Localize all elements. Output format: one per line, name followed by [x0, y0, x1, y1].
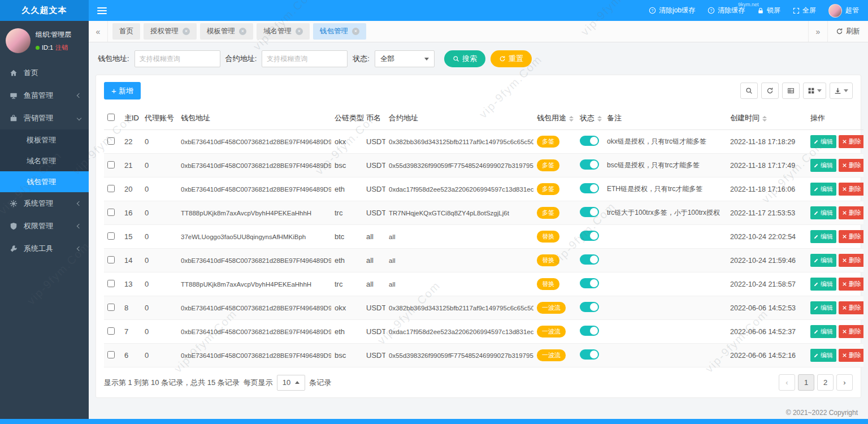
edit-button[interactable]: 编辑	[810, 135, 836, 148]
row-checkbox[interactable]	[107, 280, 115, 287]
tabs-scroll-right-button[interactable]	[808, 21, 827, 42]
status-toggle[interactable]	[580, 278, 599, 288]
row-checkbox[interactable]	[107, 351, 115, 358]
status-toggle[interactable]	[580, 136, 599, 146]
status-toggle[interactable]	[580, 183, 599, 193]
tabs-scroll-left-button[interactable]	[89, 21, 108, 42]
sidebar-item-template-management[interactable]: 模板管理	[0, 129, 89, 150]
sidebar-item-system-tools[interactable]: 系统工具	[0, 237, 89, 260]
status-toggle[interactable]	[580, 159, 599, 170]
search-button[interactable]: 搜索	[444, 50, 485, 67]
sidebar-item-home[interactable]: 首页	[0, 62, 89, 84]
close-icon[interactable]	[352, 28, 359, 35]
cell-id: 15	[121, 225, 141, 249]
delete-button[interactable]: 删除	[839, 135, 863, 148]
edit-button[interactable]: 编辑	[810, 159, 836, 172]
page-size-select[interactable]: 10	[277, 375, 305, 391]
wallet-usage-badge: 多签	[537, 136, 559, 148]
tab-template-management[interactable]: 模板管理	[200, 23, 253, 40]
row-checkbox[interactable]	[107, 256, 115, 263]
page-button-1[interactable]: 1	[798, 374, 814, 391]
status-toggle[interactable]	[580, 326, 599, 336]
col-header-created-time[interactable]: 创建时间	[727, 107, 807, 130]
page-button-2[interactable]: 2	[817, 374, 834, 391]
table-toolbar: 新增	[104, 82, 853, 99]
toggle-view-button[interactable]	[782, 83, 800, 99]
refresh-button[interactable]: 刷新	[827, 21, 868, 42]
delete-button[interactable]: 删除	[839, 325, 863, 338]
tab-authorization-management[interactable]: 授权管理	[144, 23, 197, 40]
sidebar-item-fry-management[interactable]: 鱼苗管理	[0, 84, 89, 107]
row-checkbox[interactable]	[107, 161, 115, 168]
wallet-address-input[interactable]	[134, 50, 220, 67]
status-toggle[interactable]	[580, 254, 599, 265]
lock-screen-button[interactable]: 锁屏	[757, 6, 780, 15]
delete-button[interactable]: 删除	[839, 278, 863, 291]
clear-job-cache-button[interactable]: ? 清除job缓存	[649, 6, 695, 15]
tab-home[interactable]: 首页	[112, 23, 140, 40]
clear-cache-button[interactable]: ? 清除缓存	[708, 6, 745, 15]
edit-button[interactable]: 编辑	[810, 183, 836, 196]
edit-button[interactable]: 编辑	[810, 301, 836, 314]
hamburger-menu-icon[interactable]	[97, 7, 107, 14]
prev-page-button[interactable]	[779, 374, 795, 391]
user-menu[interactable]: 超管	[828, 4, 859, 18]
tab-domain-management[interactable]: 域名管理	[257, 23, 310, 40]
records-suffix-label: 条记录	[309, 378, 331, 388]
status-toggle[interactable]	[580, 207, 599, 217]
user-id-label: ID:1	[42, 44, 53, 51]
row-checkbox[interactable]	[107, 137, 115, 145]
fullscreen-button[interactable]: 全屏	[793, 6, 816, 15]
status-toggle[interactable]	[580, 302, 599, 312]
sidebar-item-domain-management[interactable]: 域名管理	[0, 150, 89, 171]
columns-button[interactable]	[803, 83, 826, 99]
cell-id: 7	[121, 320, 141, 344]
x-icon	[842, 234, 847, 239]
sidebar-item-wallet-management[interactable]: 钱包管理	[0, 171, 89, 192]
cell-agent: 0	[141, 272, 177, 296]
contract-address-input[interactable]	[262, 50, 348, 67]
sidebar-item-system-management[interactable]: 系统管理	[0, 192, 89, 215]
delete-button[interactable]: 删除	[839, 206, 863, 219]
col-header-actions: 操作	[807, 107, 863, 130]
export-button[interactable]	[830, 83, 853, 99]
sidebar-item-marketing-management[interactable]: 营销管理	[0, 107, 89, 129]
logout-link[interactable]: 注销	[55, 44, 68, 52]
add-button[interactable]: 新增	[104, 82, 141, 99]
delete-button[interactable]: 删除	[839, 349, 863, 362]
close-icon[interactable]	[296, 28, 303, 35]
next-page-button[interactable]	[836, 374, 853, 391]
edit-button-label: 编辑	[821, 351, 833, 360]
edit-button[interactable]: 编辑	[810, 254, 836, 267]
cell-contract-address: 0x382bb369d343125bfb2117af9c149795c6c65c…	[385, 296, 533, 320]
close-icon[interactable]	[239, 28, 246, 35]
status-toggle[interactable]	[580, 349, 599, 360]
col-header-wallet-usage[interactable]: 钱包用途	[533, 107, 576, 130]
close-icon[interactable]	[183, 28, 190, 35]
row-checkbox[interactable]	[107, 327, 115, 335]
select-all-checkbox[interactable]	[107, 114, 115, 121]
edit-button[interactable]: 编辑	[810, 278, 836, 291]
delete-button[interactable]: 删除	[839, 301, 863, 314]
row-checkbox[interactable]	[107, 232, 115, 240]
reset-button[interactable]: 重置	[491, 50, 532, 67]
row-checkbox[interactable]	[107, 185, 115, 192]
status-toggle[interactable]	[580, 231, 599, 241]
toolbar-search-button[interactable]	[740, 83, 758, 99]
row-checkbox[interactable]	[107, 209, 115, 216]
edit-button[interactable]: 编辑	[810, 325, 836, 338]
delete-button[interactable]: 删除	[839, 230, 863, 243]
edit-button[interactable]: 编辑	[810, 349, 836, 362]
chevron-down-icon	[817, 89, 822, 92]
delete-button[interactable]: 删除	[839, 254, 863, 267]
tab-wallet-management[interactable]: 钱包管理	[313, 23, 366, 40]
col-header-status[interactable]: 状态	[576, 107, 604, 130]
toolbar-refresh-button[interactable]	[761, 83, 779, 99]
delete-button[interactable]: 删除	[839, 159, 863, 172]
row-checkbox[interactable]	[107, 304, 115, 311]
status-select[interactable]: 全部	[375, 50, 435, 67]
sidebar-item-permission-management[interactable]: 权限管理	[0, 215, 89, 237]
edit-button[interactable]: 编辑	[810, 206, 836, 219]
edit-button[interactable]: 编辑	[810, 230, 836, 243]
delete-button[interactable]: 删除	[839, 183, 863, 196]
